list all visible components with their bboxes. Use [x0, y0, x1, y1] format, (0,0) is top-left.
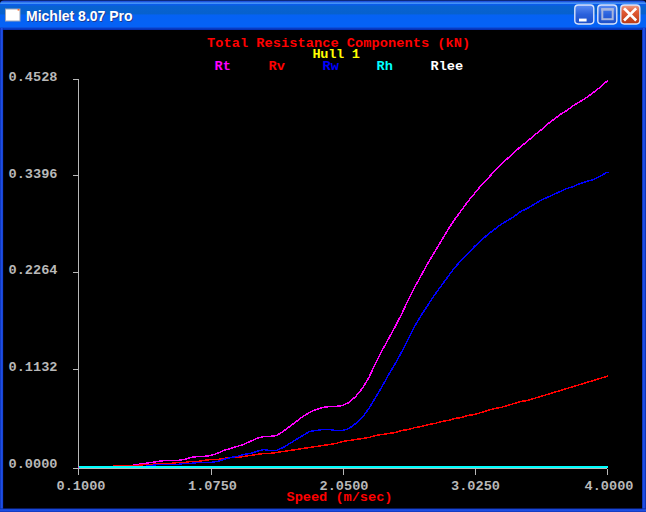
svg-text:Rlee: Rlee	[431, 59, 464, 74]
svg-text:0.0000: 0.0000	[9, 457, 58, 472]
svg-text:Speed (m/sec): Speed (m/sec)	[287, 490, 393, 505]
svg-text:1.0750: 1.0750	[188, 479, 237, 494]
svg-text:Michlet 8.07 Pro: Michlet 8.07 Pro	[26, 8, 133, 24]
svg-text:Rw: Rw	[323, 59, 340, 74]
svg-text:4.0000: 4.0000	[585, 479, 634, 494]
svg-text:0.1132: 0.1132	[9, 360, 58, 375]
svg-text:3.0250: 3.0250	[451, 479, 500, 494]
svg-text:0.4528: 0.4528	[9, 70, 58, 85]
svg-text:Rv: Rv	[269, 59, 285, 74]
svg-text:0.2264: 0.2264	[9, 263, 58, 278]
svg-text:0.3396: 0.3396	[9, 167, 58, 182]
svg-text:Rt: Rt	[215, 59, 231, 74]
svg-text:0.1000: 0.1000	[57, 479, 106, 494]
svg-text:Rh: Rh	[377, 59, 393, 74]
